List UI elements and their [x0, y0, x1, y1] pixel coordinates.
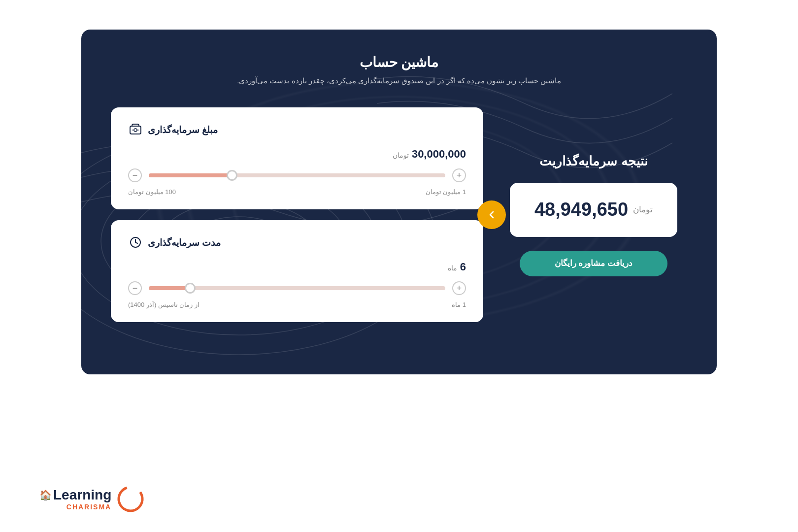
duration-plus-btn[interactable]: + [452, 281, 466, 295]
result-currency: تومان [633, 204, 653, 215]
duration-title: مدت سرمایه‌گذاری [148, 237, 221, 248]
svg-rect-7 [130, 126, 141, 134]
controls-panel: مبلغ سرمایه‌گذاری تومان 30,00 [111, 107, 483, 322]
result-label: نتیجه سرمایه‌گذاریت [539, 154, 647, 169]
duration-max-label: از زمان تاسیس (آذر 1400) [128, 301, 200, 308]
amount-minus-btn[interactable]: − [128, 168, 142, 182]
duration-slider-row: + − [128, 281, 466, 295]
duration-labels: 1 ماه از زمان تاسیس (آذر 1400) [128, 301, 466, 308]
page-wrapper: ماشین حساب ماشین حساب زیر نشون می‌ده که … [0, 0, 798, 532]
learning-hat-icon: 🏠 [39, 489, 52, 501]
duration-thumb[interactable] [185, 283, 196, 294]
duration-unit: ماه [448, 264, 457, 272]
amount-value-row: تومان 30,000,000 [128, 148, 466, 161]
consult-button[interactable]: دریافت مشاوره رایگان [520, 251, 667, 276]
logo-learning-text: Learning 🏠 [39, 487, 111, 503]
logo-charisma-text: CHARISMA [39, 503, 111, 511]
duration-min-label: 1 ماه [452, 301, 466, 308]
amount-icon [128, 122, 143, 137]
duration-minus-btn[interactable]: − [128, 281, 142, 295]
amount-max-label: 100 میلیون تومان [128, 188, 176, 196]
calculate-arrow-btn[interactable] [477, 200, 506, 229]
amount-value: 30,000,000 [412, 148, 466, 161]
result-value-box: تومان 48,949,650 [510, 183, 677, 237]
amount-title: مبلغ سرمایه‌گذاری [148, 124, 218, 135]
page-subtitle: ماشین حساب زیر نشون می‌ده که اگر در این … [111, 76, 687, 85]
duration-fill [149, 286, 190, 290]
duration-track [149, 286, 445, 290]
main-card: ماشین حساب ماشین حساب زیر نشون می‌ده که … [81, 30, 717, 374]
duration-icon [128, 235, 143, 250]
amount-fill [149, 173, 232, 177]
amount-track [149, 173, 445, 177]
bottom-logo-bar: Learning 🏠 CHARISMA [39, 486, 144, 512]
amount-header: مبلغ سرمایه‌گذاری [128, 122, 466, 137]
learning-word: Learning [53, 487, 111, 503]
duration-header: مدت سرمایه‌گذاری [128, 235, 466, 250]
logo-text-wrapper: Learning 🏠 CHARISMA [39, 487, 111, 511]
amount-track-wrapper[interactable] [149, 173, 445, 177]
investment-duration-card: مدت سرمایه‌گذاری ماه 6 + [111, 220, 483, 322]
page-title: ماشین حساب [111, 54, 687, 70]
card-body: مبلغ سرمایه‌گذاری تومان 30,00 [111, 107, 687, 322]
amount-min-label: 1 میلیون تومان [426, 188, 466, 196]
amount-slider-row: + − [128, 168, 466, 182]
amount-unit: تومان [393, 151, 409, 159]
result-panel: نتیجه سرمایه‌گذاریت تومان 48,949,650 دری… [500, 154, 687, 276]
svg-point-10 [119, 487, 142, 511]
duration-value: 6 [460, 261, 466, 273]
result-number: 48,949,650 [534, 199, 628, 220]
duration-track-wrapper[interactable] [149, 286, 445, 290]
amount-labels: 1 میلیون تومان 100 میلیون تومان [128, 188, 466, 196]
duration-value-row: ماه 6 [128, 261, 466, 273]
investment-amount-card: مبلغ سرمایه‌گذاری تومان 30,00 [111, 107, 483, 209]
svg-point-8 [134, 129, 137, 132]
amount-plus-btn[interactable]: + [452, 168, 466, 182]
logo-c-icon [117, 486, 144, 512]
amount-thumb[interactable] [227, 170, 237, 181]
